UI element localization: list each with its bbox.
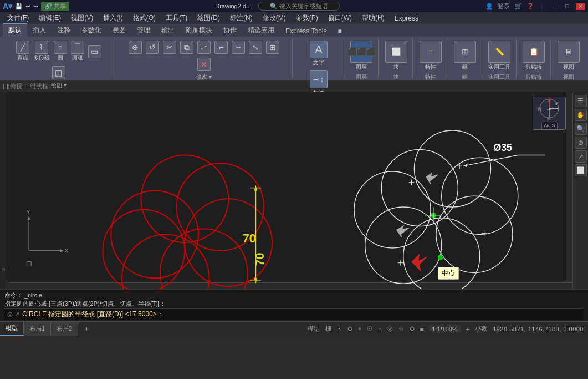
btn-polyline[interactable]: ⌇ 多段线	[32, 39, 51, 63]
cmd-line-3[interactable]: ◎ ↗ CIRCLE 指定圆的半径或 [直径(D)] <17.5000>：	[4, 308, 584, 320]
btn-erase[interactable]: ✕	[196, 57, 212, 72]
menu-format[interactable]: 格式(O)	[129, 12, 160, 24]
tab-addons[interactable]: 附加模块	[180, 24, 218, 37]
menu-dimension[interactable]: 标注(N)	[226, 12, 257, 24]
search-bar[interactable]: 🔍 键入关键字或短语	[258, 2, 340, 11]
btn-mirror[interactable]: ⇌	[196, 39, 212, 55]
polyline-icon: ⌇	[35, 41, 48, 54]
btn-view[interactable]: 🖥 视图	[556, 39, 581, 72]
status-plus-btn[interactable]: +	[466, 326, 469, 332]
btn-stretch[interactable]: ↔	[231, 39, 246, 55]
share-btn[interactable]: 🔗 共享	[41, 2, 69, 11]
status-bar: 模型 布局1 布局2 ＋ 模型 栅 ::: ⊕ ⌖ ☉ ⌂ ◎ ☆ ⊕ ≡ 1:…	[0, 321, 588, 336]
quick-access-save[interactable]: 💾	[15, 3, 23, 10]
menu-edit[interactable]: 编辑(E)	[34, 12, 65, 24]
btn-array[interactable]: ⊞	[265, 39, 280, 55]
menu-parameter[interactable]: 参数(P)	[292, 12, 323, 24]
tab-layout1[interactable]: 布局1	[24, 322, 51, 336]
btn-scale[interactable]: ⤡	[248, 39, 263, 55]
menu-insert[interactable]: 插入(I)	[99, 12, 127, 24]
btn-line[interactable]: ╱ 直线	[15, 39, 30, 63]
tab-more[interactable]: ■	[332, 26, 347, 37]
quick-access-redo[interactable]: ↪	[33, 3, 38, 10]
svg-marker-56	[397, 226, 409, 237]
status-dyn-btn[interactable]: ☆	[398, 325, 404, 332]
status-lw-btn[interactable]: ⊕	[410, 325, 415, 332]
btn-hatch[interactable]: ▦	[51, 65, 67, 80]
svg-marker-15	[27, 216, 30, 220]
menu-help[interactable]: 帮助(H)	[357, 12, 389, 24]
tab-default[interactable]: 默认	[3, 23, 27, 37]
status-zoom[interactable]: 1:1/100%	[429, 325, 460, 333]
tab-insert[interactable]: 插入	[27, 24, 52, 37]
btn-move[interactable]: ⊕	[127, 39, 143, 55]
tab-add[interactable]: ＋	[78, 322, 95, 336]
status-grid-btn[interactable]: 栅	[325, 325, 331, 333]
status-ducs-btn[interactable]: ◎	[387, 325, 393, 332]
tab-view[interactable]: 视图	[107, 24, 131, 37]
view-label-bar: [-][俯视]二维线框	[0, 81, 588, 92]
minimize-btn[interactable]: —	[548, 3, 559, 9]
btn-clipboard[interactable]: 📋 剪贴板	[521, 39, 546, 72]
group-label-clipboard: 剪贴板	[525, 73, 542, 81]
tab-express-tools[interactable]: Express Tools	[280, 26, 332, 37]
menu-window[interactable]: 窗口(W)	[324, 12, 356, 24]
ribbon-group-annotate: A 文字 ⊸↕ 标注 注释 ▾	[294, 38, 344, 78]
help-icon[interactable]: ❓	[526, 3, 534, 10]
btn-fillet[interactable]: ⌐	[213, 39, 229, 55]
svg-point-19	[141, 155, 228, 242]
tab-model[interactable]: 模型	[0, 322, 24, 336]
btn-circle[interactable]: ○ 圆	[53, 39, 68, 63]
menu-tools[interactable]: 工具(T)	[161, 12, 192, 24]
status-right-area: 模型 栅 ::: ⊕ ⌖ ☉ ⌂ ◎ ☆ ⊕ ≡ 1:1/100% + 小数 1…	[308, 325, 588, 333]
status-model-btn[interactable]: 模型	[308, 325, 320, 333]
btn-copy[interactable]: ⧉	[179, 39, 195, 55]
tab-annotate[interactable]: 注释	[52, 24, 76, 37]
cmd-text-1: 命令： _circle	[4, 291, 42, 300]
restore-btn[interactable]: □	[563, 3, 571, 9]
status-osnap-btn[interactable]: ☉	[367, 325, 372, 332]
cart-icon[interactable]: 🛒	[514, 3, 522, 10]
user-icon[interactable]: 👤	[485, 3, 493, 10]
btn-utilities[interactable]: 📏 实用工具	[487, 39, 512, 72]
modify-icons: ⊕ ↺ ✂ ⧉ ⇌ ⌐ ↔ ⤡ ⊞ ✕	[121, 39, 288, 72]
quick-access-undo[interactable]: ↩	[25, 3, 30, 10]
tab-parametric[interactable]: 参数化	[76, 24, 107, 37]
btn-trim[interactable]: ✂	[162, 39, 177, 55]
btn-block[interactable]: ⬜ 块	[384, 39, 408, 72]
btn-rect[interactable]: ▭	[87, 44, 103, 59]
drawing-area: ⊕ ☰ ✋ 🔍 ⊕ ↗ ⬜ 西 东 北	[0, 92, 588, 289]
tab-manage[interactable]: 管理	[131, 24, 156, 37]
status-polar-btn[interactable]: ⌖	[358, 325, 361, 332]
annotate-icons: A 文字 ⊸↕ 标注	[298, 39, 339, 98]
group-label-group: 组	[462, 73, 468, 81]
tab-layout2[interactable]: 布局2	[51, 322, 78, 336]
tab-collaborate[interactable]: 协作	[218, 24, 242, 37]
snap-marks	[398, 163, 488, 265]
menu-express[interactable]: Express	[390, 13, 423, 23]
status-tp-btn[interactable]: ≡	[420, 326, 423, 332]
status-ortho-btn[interactable]: ⊕	[347, 325, 352, 332]
cmd-icon: ◎ ↗	[7, 311, 19, 318]
menu-draw[interactable]: 绘图(D)	[193, 12, 224, 24]
btn-arc[interactable]: ⌒ 圆弧	[70, 39, 85, 63]
btn-text[interactable]: A 文字	[309, 39, 329, 68]
btn-layer[interactable]: ⬛⬛⬛ 图层	[349, 39, 374, 72]
tab-output[interactable]: 输出	[156, 24, 180, 37]
btn-properties[interactable]: ≡ 特性	[418, 39, 443, 72]
menu-modify[interactable]: 修改(M)	[258, 12, 290, 24]
tab-featured[interactable]: 精选应用	[242, 24, 280, 37]
status-snap-btn[interactable]: :::	[337, 326, 342, 332]
close-btn[interactable]: ✕	[576, 3, 585, 10]
btn-group[interactable]: ⊞ 组	[453, 39, 477, 72]
right-flower-pattern	[354, 130, 518, 289]
status-otrack-btn[interactable]: ⌂	[378, 326, 382, 332]
group-label-block: 块	[393, 73, 399, 81]
btn-rotate[interactable]: ↺	[145, 39, 160, 55]
status-decimal[interactable]: 小数	[475, 325, 487, 333]
login-btn[interactable]: 登录	[498, 2, 510, 11]
svg-point-38	[354, 171, 431, 248]
ribbon-group-draw: ╱ 直线 ⌇ 多段线 ○ 圆 ⌒ 圆弧 ▭ ▦ 绘图 ▾	[3, 38, 115, 78]
menu-view[interactable]: 视图(V)	[67, 12, 98, 24]
menu-file[interactable]: 文件(F)	[3, 12, 33, 24]
